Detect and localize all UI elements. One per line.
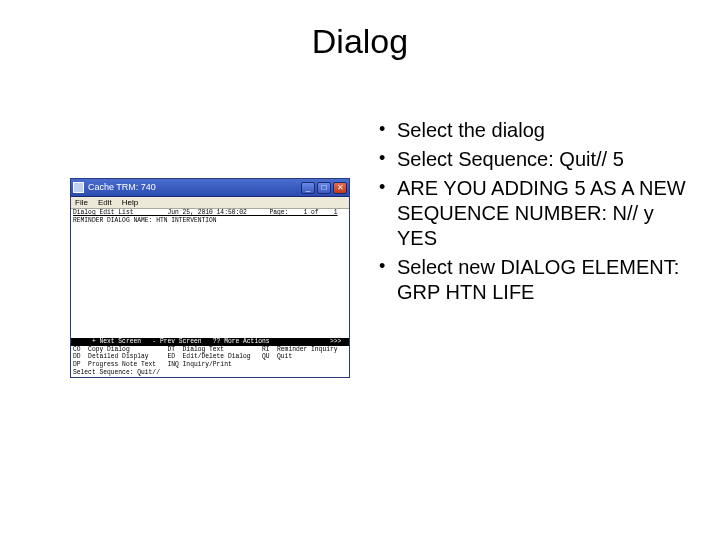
screen-header: Dialog Edit List Jun 25, 2010 14:50:02 P… [71,209,349,217]
titlebar[interactable]: Cache TRM: 740 _ □ ✕ [71,179,349,197]
close-button[interactable]: ✕ [333,182,347,194]
app-icon [73,182,84,193]
bullet-item: Select the dialog [375,118,695,143]
action-bar: + Next Screen - Prev Screen ?? More Acti… [71,338,349,346]
terminal-window: Cache TRM: 740 _ □ ✕ File Edit Help Dial… [70,178,350,378]
command-list: CO Copy Dialog DT Dialog Text RI Reminde… [71,346,349,377]
slide-title: Dialog [0,22,720,61]
window-title: Cache TRM: 740 [88,182,301,193]
menubar: File Edit Help [71,197,349,209]
command-row: DD Detailed Display ED Edit/Delete Dialo… [71,353,349,361]
command-row: DP Progress Note Text INQ Inquiry/Print [71,361,349,369]
bullet-item: Select Sequence: Quit// 5 [375,147,695,172]
menu-file[interactable]: File [75,198,88,208]
bullet-item: ARE YOU ADDING 5 AS A NEW SEQUENCE NUMBE… [375,176,695,251]
prompt-line[interactable]: Select Sequence: Quit// [71,369,349,377]
menu-edit[interactable]: Edit [98,198,112,208]
bullet-item: Select new DIALOG ELEMENT: GRP HTN LIFE [375,255,695,305]
terminal-blank-area [71,225,349,338]
maximize-button[interactable]: □ [317,182,331,194]
command-row: CO Copy Dialog DT Dialog Text RI Reminde… [71,346,349,354]
terminal-body[interactable]: Dialog Edit List Jun 25, 2010 14:50:02 P… [71,209,349,377]
minimize-button[interactable]: _ [301,182,315,194]
instruction-bullets: Select the dialog Select Sequence: Quit/… [375,118,695,309]
menu-help[interactable]: Help [122,198,138,208]
dialog-name-line: REMINDER DIALOG NAME: HTN INTERVENTION [71,217,349,225]
